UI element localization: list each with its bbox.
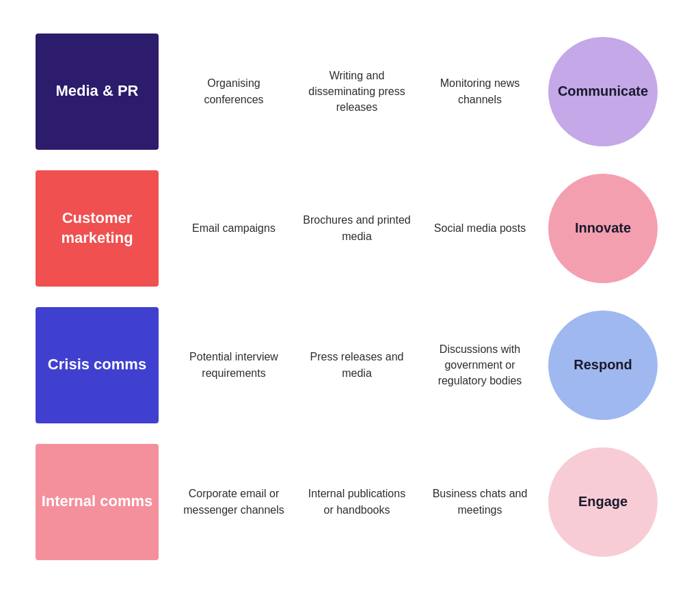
circle-crisis-comms: Respond (548, 311, 658, 420)
category-box-crisis-comms: Crisis comms (36, 307, 159, 423)
col2-crisis-comms: Press releases and media (295, 349, 418, 380)
col3-crisis-comms: Discussions with government or regulator… (418, 341, 541, 389)
category-box-media-pr: Media & PR (36, 34, 159, 150)
circle-internal-comms: Engage (548, 447, 658, 557)
category-box-customer-marketing: Customer marketing (36, 170, 159, 287)
col2-customer-marketing: Brochures and printed media (295, 212, 418, 243)
col3-media-pr: Monitoring news channels (418, 75, 541, 107)
category-label-customer-marketing: Customer marketing (36, 209, 159, 248)
col1-media-pr: Organising conferences (172, 75, 295, 107)
circle-customer-marketing: Innovate (548, 174, 658, 283)
col3-internal-comms: Business chats and meetings (418, 486, 541, 517)
category-label-crisis-comms: Crisis comms (48, 355, 146, 375)
category-box-internal-comms: Internal comms (36, 444, 159, 560)
circle-label-customer-marketing: Innovate (575, 220, 631, 236)
col1-customer-marketing: Email campaigns (172, 220, 295, 236)
category-label-internal-comms: Internal comms (42, 492, 153, 512)
col1-crisis-comms: Potential interview requirements (172, 349, 295, 380)
main-grid: Media & PROrganising conferencesWriting … (22, 13, 678, 581)
col1-internal-comms: Corporate email or messenger channels (172, 486, 295, 517)
category-label-media-pr: Media & PR (55, 81, 138, 101)
col2-media-pr: Writing and disseminating press releases (295, 68, 418, 116)
circle-media-pr: Communicate (548, 37, 658, 146)
col3-customer-marketing: Social media posts (418, 220, 541, 236)
col2-internal-comms: Internal publications or handbooks (295, 486, 418, 517)
circle-label-internal-comms: Engage (578, 494, 628, 510)
circle-label-crisis-comms: Respond (574, 357, 632, 373)
circle-label-media-pr: Communicate (558, 83, 648, 99)
